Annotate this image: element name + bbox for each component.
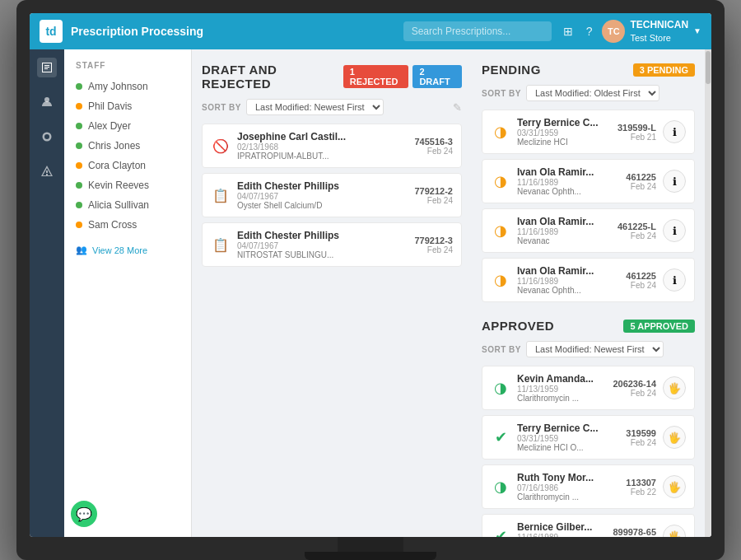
rx-drug: Oyster Shell Calcium/D [237, 201, 408, 210]
staff-item-amy[interactable]: Amy Johnson [64, 77, 191, 96]
print-button-4[interactable]: 🖐 [663, 525, 686, 537]
pending-sort-label: SORT BY [482, 89, 521, 98]
draft-icon-2: 📋 [211, 235, 231, 254]
staff-item-kevin[interactable]: Kevin Reeves [64, 175, 191, 195]
rx-approved-4[interactable]: ✔ Bernice Gilber... 11/16/1989 ... 89997… [482, 514, 695, 537]
info-button-2[interactable]: ℹ [663, 170, 686, 193]
sidebar-icon-rx[interactable] [37, 58, 57, 77]
rx-dob: 04/07/1967 [237, 241, 408, 250]
rx-card-draft-1[interactable]: 🚫 Josephine Carl Castil... 02/13/1968 IP… [202, 124, 462, 168]
status-dot [76, 182, 82, 189]
check-icon: ✔ [491, 427, 510, 447]
status-dot [76, 83, 82, 90]
help-icon[interactable]: ? [583, 21, 596, 41]
draft-icon: 📋 [211, 185, 231, 205]
rx-pending-1[interactable]: ◑ Terry Bernice C... 03/31/1959 Meclizin… [482, 110, 695, 154]
rejected-icon: 🚫 [211, 136, 231, 156]
rx-pending-4[interactable]: ◑ Ivan Ola Ramir... 11/16/1989 Nevanac O… [482, 258, 695, 302]
status-dot [76, 142, 82, 149]
approved-sort-label: SORT BY [482, 345, 521, 354]
status-dot [76, 103, 82, 110]
app-logo: td [40, 20, 63, 43]
rx-id: 779212-3 [415, 236, 454, 245]
staff-item-alicia[interactable]: Alicia Sullivan [64, 195, 191, 215]
print-button-2[interactable]: 🖐 [663, 426, 686, 449]
right-sections: PENDING 3 PENDING SORT BY Last Modified:… [472, 49, 705, 537]
status-dot [76, 162, 82, 169]
edit-icon[interactable]: ✎ [453, 101, 462, 114]
staff-panel: STAFF Amy Johnson Phil Davis Alex Dyer C… [64, 49, 192, 537]
rx-patient-name: Edith Chester Phillips [237, 180, 408, 192]
rx-patient-name: Edith Chester Phillips [237, 230, 408, 241]
staff-item-phil[interactable]: Phil Davis [64, 96, 191, 116]
rx-pending-3[interactable]: ◑ Ivan Ola Ramir... 11/16/1989 Nevanac 4… [482, 208, 695, 253]
rx-id: 779212-2 [415, 186, 454, 196]
rx-approved-3[interactable]: ◑ Ruth Tony Mor... 07/16/1986 Clarithrom… [482, 464, 695, 509]
draft-section: DRAFT AND REJECTED 1 REJECTED 2 DRAFT SO… [192, 49, 472, 537]
rx-dob: 02/13/1968 [237, 142, 408, 152]
user-name: TECHNICAN [630, 19, 688, 32]
rx-pending-2[interactable]: ◑ Ivan Ola Ramir... 11/16/1989 Nevanac O… [482, 159, 695, 203]
staff-item-alex[interactable]: Alex Dyer [64, 116, 191, 136]
half-icon-4: ◑ [491, 270, 510, 290]
staff-name: Chris Jones [88, 140, 140, 152]
status-dot [76, 202, 82, 208]
staff-name: Alicia Sullivan [88, 199, 149, 211]
sidebar-icons [30, 49, 64, 537]
rx-card-draft-2[interactable]: 📋 Edith Chester Phillips 04/07/1967 Oyst… [202, 173, 462, 217]
rx-drug: IPRATROPIUM-ALBUT... [237, 152, 408, 161]
staff-name: Phil Davis [88, 100, 132, 112]
top-navigation: td Prescription Processing ⊞ ? TC TECHNI… [30, 13, 711, 49]
rx-patient-name: Josephine Carl Castil... [237, 131, 408, 142]
pending-sort-select[interactable]: Last Modified: Oldest First [526, 85, 659, 101]
staff-item-sam[interactable]: Sam Cross [64, 215, 191, 235]
rx-approved-2[interactable]: ✔ Terry Bernice C... 03/31/1959 Meclizin… [482, 415, 695, 460]
group-icon: 👥 [76, 245, 87, 255]
sidebar-icon-settings[interactable] [37, 127, 57, 147]
pending-section: PENDING 3 PENDING SORT BY Last Modified:… [482, 63, 695, 302]
search-input[interactable] [403, 21, 552, 41]
draft-badge: 2 DRAFT [412, 65, 462, 88]
sort-label: SORT BY [202, 103, 241, 112]
print-button[interactable]: 🖐 [663, 376, 686, 399]
approved-section: APPROVED 5 APPROVED SORT BY Last Modifie… [482, 319, 695, 537]
grid-icon[interactable]: ⊞ [560, 21, 576, 41]
status-dot [76, 123, 82, 129]
info-button-3[interactable]: ℹ [663, 219, 686, 242]
status-dot [76, 222, 82, 228]
info-button[interactable]: ℹ [663, 120, 686, 143]
rx-dob: 04/07/1967 [237, 192, 408, 201]
rx-approved-1[interactable]: ◑ Kevin Amanda... 11/13/1959 Clarithromy… [482, 366, 695, 410]
staff-item-chris[interactable]: Chris Jones [64, 136, 191, 156]
approved-title: APPROVED [482, 319, 554, 333]
avatar: TC [602, 20, 625, 43]
half-icon-2: ◑ [491, 171, 510, 191]
staff-name: Kevin Reeves [88, 180, 149, 191]
staff-section-title: STAFF [64, 61, 191, 77]
staff-name: Amy Johnson [88, 81, 148, 92]
rx-drug: NITROSTAT SUBLINGU... [237, 250, 408, 259]
half-icon: ◑ [491, 122, 510, 142]
staff-item-cora[interactable]: Cora Clayton [64, 156, 191, 175]
approved-badge: 5 APPROVED [623, 320, 695, 333]
chat-button[interactable]: 💬 [71, 501, 97, 527]
view-more-button[interactable]: 👥 View 28 More [64, 238, 191, 262]
rx-date: Feb 24 [415, 245, 454, 254]
nav-icon-group: ⊞ ? TC TECHNICAN Test Store ▼ [560, 19, 701, 44]
sidebar-icon-patients[interactable] [37, 92, 57, 112]
rx-date: Feb 24 [415, 196, 454, 205]
sidebar-icon-alerts[interactable] [37, 161, 57, 181]
scrollbar-thumb[interactable] [706, 51, 711, 84]
approved-sort-select[interactable]: Last Modified: Newest First [526, 341, 664, 357]
rx-id: 745516-3 [415, 137, 454, 147]
draft-sort-select[interactable]: Last Modified: Newest First [246, 99, 384, 115]
half-approved-icon-2: ◑ [491, 477, 510, 497]
rx-card-draft-3[interactable]: 📋 Edith Chester Phillips 04/07/1967 NITR… [202, 222, 462, 267]
check-icon-2: ✔ [491, 526, 510, 537]
user-menu[interactable]: TC TECHNICAN Test Store ▼ [602, 19, 701, 44]
print-button-3[interactable]: 🖐 [663, 475, 686, 498]
pending-badge: 3 PENDING [633, 63, 695, 77]
app-title: Prescription Processing [71, 25, 395, 38]
info-button-4[interactable]: ℹ [663, 268, 686, 292]
scrollbar[interactable] [705, 49, 711, 537]
